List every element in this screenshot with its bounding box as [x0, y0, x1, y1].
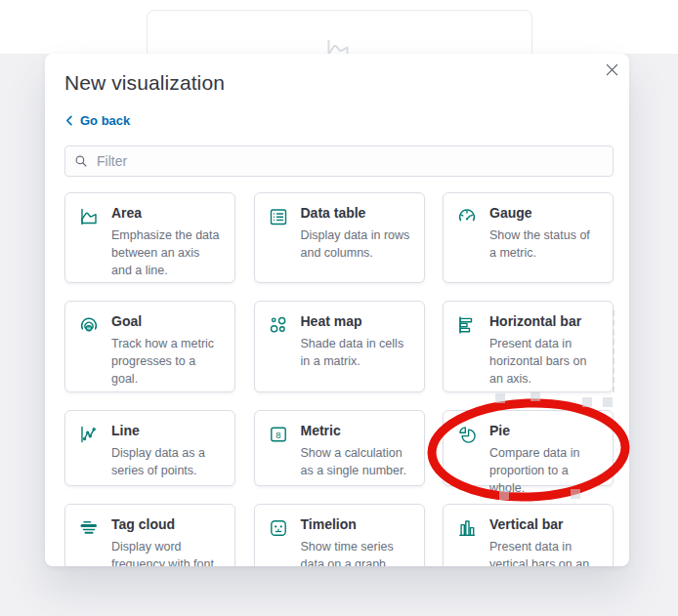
viz-card-grid: Area Emphasize the data between an axis …	[64, 192, 614, 566]
vertical-bar-icon	[456, 517, 478, 539]
viz-card-title: Vertical bar	[489, 516, 600, 533]
tag-cloud-icon	[78, 517, 100, 539]
viz-card-description: Present data in vertical bars on an axis…	[489, 538, 600, 566]
metric-icon: 8	[268, 424, 289, 445]
viz-card-description: Display data as a series of points.	[111, 444, 222, 479]
viz-card-description: Display word frequency with font size.	[111, 538, 222, 566]
viz-card-area[interactable]: Area Emphasize the data between an axis …	[64, 192, 235, 283]
viz-card-description: Present data in horizontal bars on an ax…	[489, 335, 600, 388]
go-back-label: Go back	[80, 113, 130, 128]
viz-card-vertical-bar[interactable]: Vertical bar Present data in vertical ba…	[443, 504, 614, 566]
viz-card-timelion[interactable]: Timelion Show time series data on a grap…	[254, 504, 425, 566]
viz-card-data-table[interactable]: Data table Display data in rows and colu…	[254, 192, 425, 283]
viz-card-description: Show time series data on a graph.	[301, 538, 411, 566]
viz-card-title: Data table	[301, 205, 411, 222]
close-icon[interactable]	[602, 60, 621, 79]
viz-card-title: Area	[111, 205, 222, 222]
viz-card-description: Shade data in cells in a matrix.	[301, 335, 411, 370]
viz-card-pie[interactable]: Pie Compare data in proportion to a whol…	[443, 410, 614, 486]
viz-card-description: Display data in rows and columns.	[301, 226, 411, 262]
filter-input[interactable]	[64, 145, 614, 177]
viz-card-title: Metric	[301, 423, 411, 439]
viz-card-gauge[interactable]: Gauge Show the status of a metric.	[443, 192, 614, 283]
filter-search	[64, 145, 614, 177]
area-chart-icon	[78, 206, 100, 227]
heat-map-icon	[268, 314, 289, 336]
viz-card-description: Show a calculation as a single number.	[301, 444, 411, 479]
horizontal-bar-icon	[456, 314, 478, 336]
gauge-icon	[456, 206, 478, 227]
viz-card-horizontal-bar[interactable]: Horizontal bar Present data in horizonta…	[443, 301, 614, 392]
viz-card-goal[interactable]: 8 Goal Track how a metric progresses to …	[64, 301, 235, 392]
viz-card-title: Timelion	[301, 516, 411, 533]
viz-card-description: Track how a metric progresses to a goal.	[111, 335, 222, 388]
viz-card-title: Gauge	[489, 205, 600, 222]
page-title: New visualization	[64, 71, 225, 95]
viz-card-title: Pie	[489, 423, 600, 439]
viz-card-title: Line	[111, 423, 222, 439]
viz-card-title: Tag cloud	[111, 516, 222, 533]
viz-card-metric[interactable]: 8 Metric Show a calculation as a single …	[254, 410, 425, 486]
timelion-icon	[268, 517, 289, 539]
new-visualization-modal: New visualization Go back Area Emphasize…	[45, 54, 629, 566]
data-table-icon	[268, 206, 289, 227]
svg-text:8: 8	[275, 430, 280, 440]
goal-icon: 8	[78, 314, 100, 336]
viz-card-title: Goal	[111, 313, 222, 330]
viz-card-tag-cloud[interactable]: Tag cloud Display word frequency with fo…	[64, 504, 235, 566]
viz-card-description: Show the status of a metric.	[489, 226, 600, 262]
go-back-link[interactable]: Go back	[64, 113, 130, 128]
viz-card-heat-map[interactable]: Heat map Shade data in cells in a matrix…	[254, 301, 425, 392]
viz-card-description: Compare data in proportion to a whole.	[489, 444, 600, 497]
svg-text:8: 8	[88, 325, 91, 331]
chevron-left-icon	[64, 115, 75, 126]
viz-card-line[interactable]: Line Display data as a series of points.	[64, 410, 235, 486]
pie-chart-icon	[456, 424, 478, 445]
viz-card-title: Horizontal bar	[489, 313, 600, 330]
line-chart-icon	[78, 424, 100, 445]
viz-card-title: Heat map	[301, 313, 411, 330]
viz-card-description: Emphasize the data between an axis and a…	[111, 226, 222, 279]
